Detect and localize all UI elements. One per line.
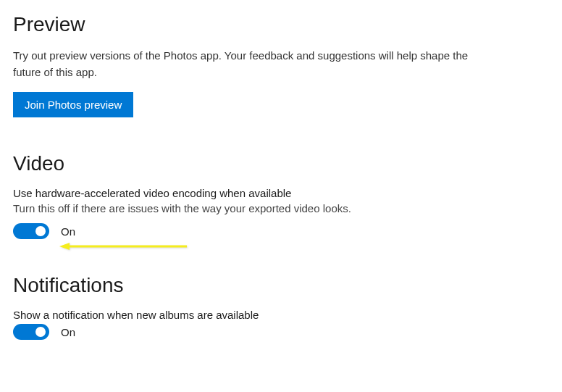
video-setting-label: Use hardware-accelerated video encoding … bbox=[13, 187, 549, 199]
preview-description: Try out preview versions of the Photos a… bbox=[13, 48, 477, 80]
notifications-setting-label: Show a notification when new albums are … bbox=[13, 309, 549, 321]
preview-section: Preview Try out preview versions of the … bbox=[13, 13, 549, 117]
video-toggle-row: On bbox=[13, 223, 549, 239]
notifications-toggle-state: On bbox=[61, 326, 75, 338]
preview-title: Preview bbox=[13, 13, 549, 36]
notifications-toggle-row: On bbox=[13, 324, 549, 340]
toggle-knob-icon bbox=[35, 327, 46, 337]
video-title: Video bbox=[13, 152, 549, 175]
notifications-toggle[interactable] bbox=[13, 324, 49, 340]
toggle-knob-icon bbox=[35, 226, 46, 236]
video-encoding-toggle[interactable] bbox=[13, 223, 49, 239]
join-preview-button[interactable]: Join Photos preview bbox=[13, 92, 133, 117]
annotation-arrow-icon bbox=[59, 241, 190, 255]
notifications-section: Notifications Show a notification when n… bbox=[13, 274, 549, 340]
notifications-title: Notifications bbox=[13, 274, 549, 297]
video-setting-hint: Turn this off if there are issues with t… bbox=[13, 202, 549, 214]
video-toggle-state: On bbox=[61, 225, 75, 238]
svg-marker-1 bbox=[59, 243, 70, 250]
video-section: Video Use hardware-accelerated video enc… bbox=[13, 152, 549, 239]
